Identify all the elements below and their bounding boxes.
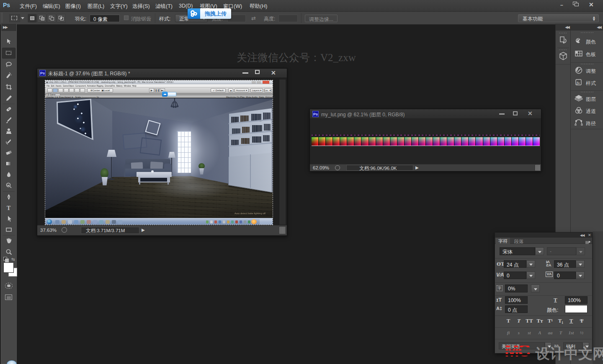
svg-text:T: T [7, 205, 11, 211]
svg-text:ƧA: ƧA [546, 263, 551, 267]
svg-text:fx: fx [577, 81, 580, 85]
